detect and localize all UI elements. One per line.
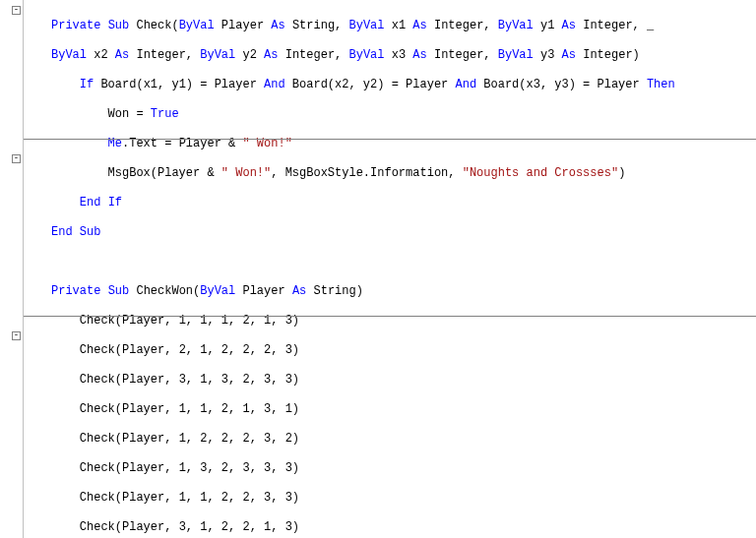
code-line: End Sub	[24, 225, 756, 240]
code-line: Check(Player, 1, 1, 2, 1, 3, 1)	[24, 402, 756, 417]
code-line: Check(Player, 1, 3, 2, 3, 3, 3)	[24, 461, 756, 476]
blank-line	[24, 255, 756, 269]
code-line: Private Sub CheckWon(ByVal Player As Str…	[24, 284, 756, 299]
fold-icon[interactable]: -	[12, 6, 21, 15]
code-line: Check(Player, 1, 1, 2, 2, 3, 3)	[24, 491, 756, 506]
fold-icon[interactable]: -	[12, 154, 21, 163]
code-line: Check(Player, 3, 1, 3, 2, 3, 3)	[24, 373, 756, 388]
separator	[24, 139, 756, 140]
code-line: Private Sub Check(ByVal Player As String…	[24, 19, 756, 33]
code-line: Check(Player, 2, 1, 2, 2, 2, 3)	[24, 343, 756, 358]
fold-icon[interactable]: -	[12, 331, 21, 340]
code-line: ByVal x2 As Integer, ByVal y2 As Integer…	[24, 48, 756, 63]
code-editor[interactable]: - - - Private Sub Check(ByVal Player As …	[0, 0, 756, 538]
code-line: Won = True	[24, 107, 756, 122]
gutter: - - -	[0, 0, 24, 538]
code-line: Check(Player, 3, 1, 2, 2, 1, 3)	[24, 520, 756, 535]
code-line: If Board(x1, y1) = Player And Board(x2, …	[24, 78, 756, 92]
code-area[interactable]: Private Sub Check(ByVal Player As String…	[24, 4, 756, 538]
code-line: Check(Player, 1, 2, 2, 2, 3, 2)	[24, 432, 756, 447]
code-line: MsgBox(Player & " Won!", MsgBoxStyle.Inf…	[24, 166, 756, 181]
code-line: End If	[24, 196, 756, 210]
separator	[24, 316, 756, 317]
